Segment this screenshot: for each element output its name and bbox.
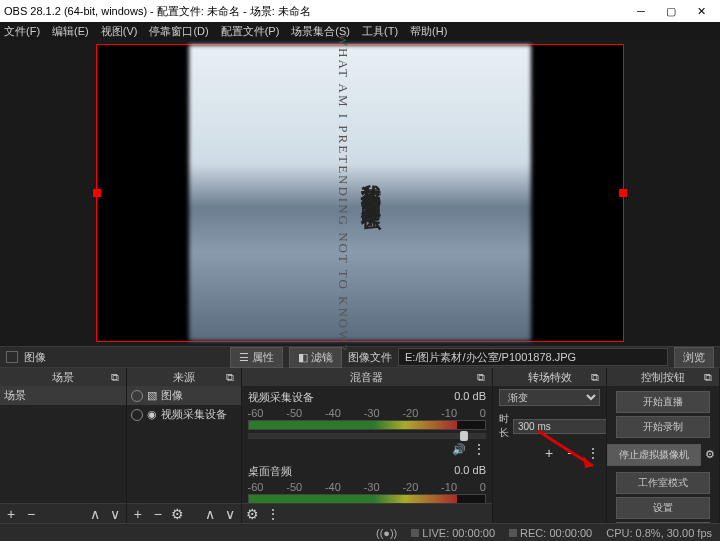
add-transition-button[interactable]: +: [542, 446, 556, 460]
eye-icon[interactable]: [131, 390, 143, 402]
filter-icon: ◧: [298, 351, 308, 364]
volume-slider[interactable]: [248, 433, 486, 439]
menu-edit[interactable]: 编辑(E): [52, 24, 89, 39]
sources-list[interactable]: ▧图像 ◉视频采集设备: [127, 386, 241, 503]
transition-type-select[interactable]: 渐变: [499, 389, 600, 406]
mixer-scale: -60-50-40-30-20-100: [248, 407, 486, 419]
source-settings-button[interactable]: ⚙: [171, 507, 185, 521]
channel-menu-icon[interactable]: ⋮: [472, 442, 486, 456]
image-icon: ▧: [147, 389, 157, 402]
sources-footer: + − ⚙ ∧ ∨: [127, 503, 241, 523]
mixer-channel-capture: 视频采集设备0.0 dB -60-50-40-30-20-100 🔊⋮: [242, 386, 492, 460]
close-button[interactable]: ✕: [686, 0, 716, 22]
add-scene-button[interactable]: +: [4, 507, 18, 521]
menu-view[interactable]: 视图(V): [101, 24, 138, 39]
status-live: LIVE: 00:00:00: [411, 527, 495, 539]
duration-input[interactable]: [513, 419, 606, 434]
mixer-body: 视频采集设备0.0 dB -60-50-40-30-20-100 🔊⋮ 桌面音频…: [242, 386, 492, 503]
image-path-input[interactable]: [398, 348, 668, 366]
camera-icon: ◉: [147, 408, 157, 421]
properties-button[interactable]: ☰属性: [230, 347, 283, 368]
transitions-header: 转场特效⧉: [493, 368, 606, 386]
window-title: OBS 28.1.2 (64-bit, windows) - 配置文件: 未命名…: [4, 4, 626, 19]
sliders-icon: ☰: [239, 351, 249, 364]
source-name-label: 图像: [24, 350, 46, 365]
start-recording-button[interactable]: 开始录制: [616, 416, 710, 438]
mixer-settings-button[interactable]: ⚙: [246, 507, 260, 521]
controls-panel: 控制按钮⧉ 开始直播 开始录制 停止虚拟摄像机 ⚙ 工作室模式 设置 退出: [607, 368, 720, 523]
undock-icon[interactable]: ⧉: [223, 370, 237, 384]
dock-panels: 场景⧉ 场景 + − ∧ ∨ 来源⧉ ▧图像 ◉视频采集设备 + − ⚙ ∧ ∨…: [0, 368, 720, 523]
scene-item[interactable]: 场景: [0, 386, 126, 405]
undock-icon[interactable]: ⧉: [108, 370, 122, 384]
controls-header: 控制按钮⧉: [607, 368, 719, 386]
scenes-header: 场景⧉: [0, 368, 126, 386]
source-item-image[interactable]: ▧图像: [127, 386, 241, 405]
mixer-header: 混音器⧉: [242, 368, 492, 386]
vu-meter: [248, 420, 486, 430]
vu-meter: [248, 494, 486, 503]
broadcast-icon: ((●)): [376, 527, 397, 539]
studio-mode-button[interactable]: 工作室模式: [616, 472, 710, 494]
speaker-icon[interactable]: 🔊: [452, 443, 466, 456]
scenes-list[interactable]: 场景: [0, 386, 126, 503]
resize-handle-left[interactable]: [93, 189, 101, 197]
source-visibility-toggle[interactable]: [6, 351, 18, 363]
scenes-panel: 场景⧉ 场景 + − ∧ ∨: [0, 368, 127, 523]
sources-header: 来源⧉: [127, 368, 241, 386]
resize-handle-right[interactable]: [619, 189, 627, 197]
virtual-cam-settings-icon[interactable]: ⚙: [705, 448, 719, 462]
preview-text-overlay: WHAT AM I PRETENDING NOT TO KNOW? 我装作不知道…: [335, 34, 386, 353]
sources-panel: 来源⧉ ▧图像 ◉视频采集设备 + − ⚙ ∧ ∨: [127, 368, 242, 523]
mixer-menu-button[interactable]: ⋮: [266, 507, 280, 521]
mixer-footer: ⚙ ⋮: [242, 503, 492, 523]
eye-icon[interactable]: [131, 409, 143, 421]
scenes-footer: + − ∧ ∨: [0, 503, 126, 523]
source-down-button[interactable]: ∨: [223, 507, 237, 521]
start-streaming-button[interactable]: 开始直播: [616, 391, 710, 413]
transitions-panel: 转场特效⧉ 渐变 时长 + − ⋮: [493, 368, 607, 523]
add-source-button[interactable]: +: [131, 507, 145, 521]
minimize-button[interactable]: ─: [626, 0, 656, 22]
menu-file[interactable]: 文件(F): [4, 24, 40, 39]
menu-profile[interactable]: 配置文件(P): [221, 24, 280, 39]
undock-icon[interactable]: ⧉: [588, 370, 602, 384]
overlay-text-cn: 我装作不知道的是什么？: [359, 34, 386, 353]
scene-up-button[interactable]: ∧: [88, 507, 102, 521]
statusbar: ((●)) LIVE: 00:00:00 REC: 00:00:00 CPU: …: [0, 523, 720, 541]
status-rec: REC: 00:00:00: [509, 527, 592, 539]
remove-transition-button[interactable]: −: [564, 446, 578, 460]
status-cpu: CPU: 0.8%, 30.00 fps: [606, 527, 712, 539]
undock-icon[interactable]: ⧉: [701, 370, 715, 384]
stop-virtual-cam-button[interactable]: 停止虚拟摄像机: [607, 444, 701, 466]
titlebar: OBS 28.1.2 (64-bit, windows) - 配置文件: 未命名…: [0, 0, 720, 22]
transitions-body: 渐变 时长 + − ⋮: [493, 386, 606, 523]
preview-canvas[interactable]: WHAT AM I PRETENDING NOT TO KNOW? 我装作不知道…: [96, 44, 624, 342]
settings-button[interactable]: 设置: [616, 497, 710, 519]
menu-help[interactable]: 帮助(H): [410, 24, 447, 39]
transition-menu-button[interactable]: ⋮: [586, 446, 600, 460]
duration-label: 时长: [499, 412, 509, 440]
overlay-text-en: WHAT AM I PRETENDING NOT TO KNOW?: [335, 34, 351, 353]
preview-area[interactable]: WHAT AM I PRETENDING NOT TO KNOW? 我装作不知道…: [0, 40, 720, 346]
scene-down-button[interactable]: ∨: [108, 507, 122, 521]
mixer-scale: -60-50-40-30-20-100: [248, 481, 486, 493]
mixer-channel-desktop: 桌面音频0.0 dB -60-50-40-30-20-100 🔊⋮: [242, 460, 492, 503]
remove-source-button[interactable]: −: [151, 507, 165, 521]
mixer-panel: 混音器⧉ 视频采集设备0.0 dB -60-50-40-30-20-100 🔊⋮…: [242, 368, 493, 523]
undock-icon[interactable]: ⧉: [474, 370, 488, 384]
remove-scene-button[interactable]: −: [24, 507, 38, 521]
maximize-button[interactable]: ▢: [656, 0, 686, 22]
browse-button[interactable]: 浏览: [674, 347, 714, 368]
source-item-capture[interactable]: ◉视频采集设备: [127, 405, 241, 424]
source-up-button[interactable]: ∧: [203, 507, 217, 521]
controls-body: 开始直播 开始录制 停止虚拟摄像机 ⚙ 工作室模式 设置 退出: [607, 386, 719, 523]
menu-dock[interactable]: 停靠窗口(D): [149, 24, 208, 39]
